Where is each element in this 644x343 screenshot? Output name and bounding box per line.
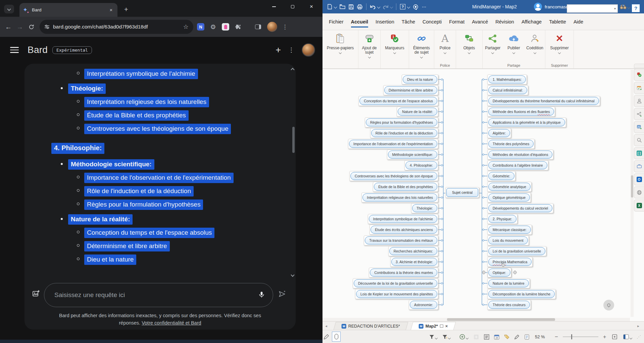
pane-task-info[interactable] (634, 82, 644, 94)
back-button[interactable]: ← (3, 21, 14, 33)
pane-excel[interactable]: X (634, 199, 644, 212)
map-topic[interactable]: Règles pour la formulation d'hypothèses (365, 117, 438, 127)
map-topic[interactable]: Lois du mouvement (487, 235, 529, 245)
window-minimize-button[interactable] (266, 0, 282, 13)
redo-icon[interactable] (381, 2, 390, 11)
map-topic[interactable]: Nature de la réalité: (397, 107, 438, 117)
mouse-mode-button[interactable] (332, 332, 341, 342)
pane-resources[interactable] (634, 95, 644, 107)
map-topic[interactable]: Calcul infinitésimal: (487, 85, 528, 95)
chevron-down-icon[interactable] (377, 5, 381, 8)
map-topic[interactable]: Interprétation symbolique de l'alchimie (368, 214, 438, 224)
map-topic[interactable]: Développements du calcul vectoriel (487, 203, 553, 213)
pane-fit-map[interactable]: [ ] (634, 147, 644, 159)
chevron-down-icon[interactable] (407, 5, 410, 8)
mic-icon[interactable] (258, 291, 265, 300)
share-button[interactable]: Partager (483, 32, 503, 68)
font-button[interactable]: A Police (434, 32, 456, 68)
chat-scrollbar[interactable] (292, 73, 295, 274)
ribbon-tab[interactable]: Révision (492, 14, 518, 30)
map-topic[interactable]: Théologie: (411, 203, 438, 213)
chat-scrollbar-thumb[interactable] (292, 127, 295, 153)
pane-files[interactable] (634, 160, 644, 172)
delete-button[interactable]: ✕ Supprimer (545, 32, 574, 68)
ribbon-tab[interactable]: Affichage (518, 14, 545, 30)
browser-menu-icon[interactable]: ⋮ (280, 22, 290, 32)
upload-image-button[interactable] (32, 290, 40, 299)
help-button[interactable]: ? (632, 4, 640, 12)
markers-button[interactable]: 1 Marqueurs (381, 32, 409, 68)
outline-view-icon[interactable] (484, 330, 489, 343)
pane-search[interactable] (634, 134, 644, 146)
tab-search-button[interactable] (4, 5, 14, 13)
ribbon-tab[interactable]: Tâche (398, 14, 419, 30)
window-maximize-button[interactable] (285, 0, 300, 13)
tabs-scroll-left-icon[interactable]: ◂ (323, 322, 330, 330)
panel-layout-button[interactable] (623, 330, 632, 343)
map-topic[interactable]: Controverses avec les théologiens de son… (349, 171, 438, 181)
map-topic[interactable]: Géométrie: (487, 171, 515, 181)
ribbon-tab[interactable]: Format (445, 14, 468, 30)
ribbon-tab[interactable]: Avancé (468, 14, 492, 30)
find-binoculars-button[interactable] (620, 4, 631, 10)
forward-button[interactable]: → (14, 21, 26, 33)
horizontal-scrollbar[interactable] (323, 318, 630, 321)
location-button[interactable] (603, 300, 614, 310)
map-topic[interactable]: Développements du théorème fondamental d… (487, 96, 600, 106)
browser-tab-bard[interactable]: ✦✦ Bard × (19, 3, 117, 17)
send-button[interactable] (278, 290, 287, 300)
ribbon-tab[interactable]: Tablette (545, 14, 570, 30)
map-topic[interactable]: Lois de Kepler sur le mouvement des plan… (355, 289, 438, 299)
privacy-link[interactable]: Votre confidentialité et Bard (142, 320, 201, 326)
map-topic[interactable]: Méthode des fluxions et des fluantes (487, 107, 555, 117)
site-info-icon[interactable] (44, 24, 50, 30)
map-topic[interactable]: Contributions à la théorie des marées (369, 268, 438, 278)
map-topic[interactable]: Géométrie analytique (487, 182, 532, 192)
map-topic[interactable]: Principia Mathematica (487, 257, 533, 267)
map-topic[interactable]: Méthodes de résolution d'équations (487, 150, 553, 160)
doc-tab-redaction[interactable]: M REDACTION D'ARTICLES* (334, 322, 408, 330)
ribbon-tab[interactable]: Concepti (419, 14, 445, 30)
horizontal-scrollbar-thumb[interactable] (447, 318, 555, 321)
map-topic[interactable]: Applications à la géométrie et à la phys… (487, 117, 566, 127)
ribbon-tab[interactable]: Fichier (325, 14, 347, 30)
schedule-view-icon[interactable]: 24 (494, 330, 499, 343)
tag-view-icon[interactable] (504, 330, 509, 343)
central-topic[interactable]: Sujet central (445, 187, 479, 198)
map-topic[interactable]: Contributions à l'algèbre linéaire (487, 160, 548, 170)
add-topic-button[interactable]: Ajout de sujet (358, 32, 380, 68)
save-icon[interactable] (347, 2, 355, 11)
help-icon[interactable]: ? (398, 2, 407, 11)
window-close-button[interactable]: × (304, 0, 319, 13)
map-topic[interactable]: Déterminisme et libre arbitre (383, 85, 438, 95)
profile-avatar[interactable] (267, 22, 277, 32)
add-view-button[interactable] (459, 330, 468, 343)
tab-close-icon[interactable]: × (108, 7, 114, 13)
pane-stub[interactable] (634, 64, 644, 68)
map-topic[interactable]: Étude de la Bible et des prophéties (373, 182, 438, 192)
chevron-down-icon[interactable]: ▾ (614, 7, 616, 10)
map-topic[interactable]: Rôle de l'induction et de la déduction (370, 128, 438, 138)
chevron-down-icon[interactable] (627, 5, 631, 9)
map-topic[interactable]: Optique géométrique (487, 192, 531, 203)
vertical-scrollbar-thumb[interactable] (631, 175, 633, 197)
chevron-down-icon[interactable] (390, 5, 393, 8)
ribbon-tab[interactable]: Accueil (347, 14, 372, 30)
hamburger-menu-icon[interactable] (10, 47, 19, 53)
extension-pink-icon[interactable] (220, 22, 231, 32)
pane-outlook[interactable]: O (634, 173, 644, 185)
side-panel-icon[interactable] (253, 22, 263, 32)
new-chat-icon[interactable]: + (276, 45, 281, 55)
publish-button[interactable]: Publier (504, 32, 524, 68)
map-topic[interactable]: Conception du temps et de l'espace absol… (358, 96, 438, 106)
map-topic[interactable]: Importance de l'observation et de l'expé… (348, 139, 438, 149)
objects-button[interactable]: Objets (456, 32, 482, 68)
zoom-in-button[interactable]: + (603, 330, 606, 343)
map-canvas[interactable]: Dieu et la natureDéterminisme et libre a… (323, 69, 644, 321)
prompt-input[interactable]: Saisissez une requête ici (44, 283, 273, 307)
new-document-icon[interactable] (325, 2, 334, 11)
map-topic[interactable]: Interprétation religieuse des lois natur… (361, 192, 438, 203)
url-bar[interactable]: bard.google.com/chat/63ad0d7f963d18df ☆ (40, 20, 193, 34)
print-icon[interactable] (355, 2, 364, 11)
coedit-button[interactable]: Coédition (525, 32, 545, 68)
